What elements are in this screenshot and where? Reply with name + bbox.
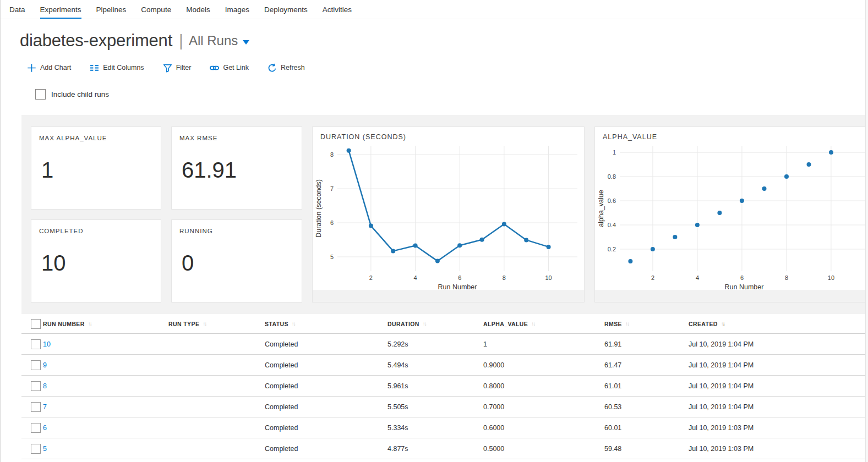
table-column-header[interactable]: ALPHA_VALUE ↑↓: [483, 321, 604, 327]
table-header-row: RUN NUMBER ↑↓ RUN TYPE ↑↓ STATUS ↑↓ DURA…: [21, 314, 868, 334]
include-child-runs-checkbox[interactable]: [35, 89, 46, 100]
charts-dashboard: MAX ALPHA_VALUE 1 MAX RMSE 61.91 COMPLET…: [21, 115, 868, 314]
svg-text:6: 6: [330, 219, 334, 226]
svg-text:10: 10: [545, 274, 552, 281]
run-number-link[interactable]: 10: [43, 340, 51, 348]
nav-tab-label: Pipelines: [96, 6, 127, 14]
nav-tab[interactable]: Experiments: [40, 0, 81, 19]
row-checkbox[interactable]: [31, 339, 41, 349]
nav-tab[interactable]: Pipelines: [96, 0, 127, 19]
row-checkbox[interactable]: [31, 423, 41, 433]
run-number-link[interactable]: 5: [43, 445, 47, 453]
column-header-label: RUN TYPE: [168, 321, 199, 327]
duration-chart-title: DURATION (SECONDS): [320, 133, 406, 141]
row-checkbox-cell: [21, 339, 43, 349]
row-checkbox[interactable]: [31, 402, 41, 412]
chart-footer: [313, 290, 584, 302]
summary-card-label: MAX RMSE: [179, 135, 294, 141]
table-column-header[interactable]: DURATION ↑↓: [387, 321, 483, 327]
rmse-cell: 61.01: [604, 382, 689, 390]
toolbar-icon: [27, 63, 36, 73]
run-number-link[interactable]: 8: [43, 382, 47, 390]
table-row: 5 Completed 4.877s 0.5000 59.48 Jul 10, …: [21, 438, 868, 459]
row-checkbox-cell: [21, 360, 43, 370]
toolbar-button-label: Get Link: [223, 64, 249, 72]
nav-tab[interactable]: Models: [186, 0, 210, 19]
summary-card-value: 1: [41, 158, 153, 183]
nav-tab-label: Compute: [141, 6, 171, 14]
sort-icon: ↑↓: [721, 321, 724, 327]
svg-text:8: 8: [785, 274, 788, 281]
table-column-header[interactable]: CREATED ↑↓: [689, 321, 868, 327]
table-column-header[interactable]: RMSE ↑↓: [604, 321, 689, 327]
toolbar-button[interactable]: Add Chart: [27, 63, 71, 73]
sort-icon: ↑↓: [88, 321, 91, 327]
rmse-cell: 61.47: [604, 361, 689, 369]
toolbar-button[interactable]: Refresh: [268, 63, 305, 73]
sort-icon: ↑↓: [625, 321, 629, 327]
alpha-value-cell: 0.7000: [483, 403, 604, 411]
summary-card: COMPLETED 10: [31, 219, 161, 302]
select-all-checkbox[interactable]: [31, 319, 41, 329]
nav-tab-label: Data: [9, 6, 25, 14]
row-checkbox[interactable]: [31, 360, 41, 370]
summary-card-value: 10: [41, 251, 153, 276]
summary-card-label: COMPLETED: [39, 228, 153, 234]
created-cell: Jul 10, 2019 1:04 PM: [689, 361, 868, 369]
created-cell: Jul 10, 2019 1:03 PM: [689, 424, 868, 432]
run-view-label: All Runs: [189, 33, 238, 48]
svg-text:0.2: 0.2: [608, 246, 616, 252]
page-header: diabetes-experiment | All Runs: [20, 29, 868, 52]
include-child-runs-label: Include child runs: [51, 90, 109, 98]
column-header-label: ALPHA_VALUE: [483, 321, 528, 327]
summary-card-label: RUNNING: [179, 228, 294, 234]
title-separator: |: [179, 31, 183, 50]
duration-cell: 5.505s: [387, 403, 483, 411]
status-cell: Completed: [265, 445, 387, 453]
run-view-selector[interactable]: All Runs: [189, 33, 249, 48]
summary-cards: MAX ALPHA_VALUE 1 MAX RMSE 61.91 COMPLET…: [31, 127, 302, 314]
toolbar-button[interactable]: Get Link: [210, 63, 249, 73]
svg-text:alpha_value: alpha_value: [597, 190, 605, 227]
toolbar-button-label: Refresh: [281, 64, 305, 72]
nav-tab[interactable]: Deployments: [264, 0, 308, 19]
nav-tab[interactable]: Activities: [323, 0, 352, 19]
status-cell: Completed: [265, 340, 387, 348]
table-row: 6 Completed 5.334s 0.6000 60.01 Jul 10, …: [21, 417, 868, 438]
svg-text:Duration (seconds): Duration (seconds): [315, 179, 323, 238]
summary-card-value: 61.91: [182, 158, 294, 183]
svg-text:0.4: 0.4: [608, 222, 616, 228]
table-column-header[interactable]: RUN NUMBER ↑↓: [43, 321, 168, 327]
alpha-value-cell: 0.9000: [483, 361, 604, 369]
alpha-value-cell: 0.8000: [483, 382, 604, 390]
toolbar-button[interactable]: Filter: [163, 63, 192, 73]
column-header-label: RMSE: [604, 321, 622, 327]
top-nav: Data Experiments Pipelines Compute Model…: [1, 0, 868, 19]
nav-tab[interactable]: Data: [9, 0, 25, 19]
run-number-link[interactable]: 6: [43, 424, 47, 432]
row-checkbox-cell: [21, 444, 43, 454]
svg-text:1: 1: [613, 149, 616, 156]
experiments-page: Data Experiments Pipelines Compute Model…: [0, 0, 868, 462]
alpha-value-chart-card: ALPHA_VALUE 2468100.20.40.60.81Run Numbe…: [594, 127, 868, 302]
svg-text:8: 8: [330, 151, 334, 158]
toolbar-button[interactable]: Edit Columns: [90, 63, 144, 73]
status-cell: Completed: [265, 424, 387, 432]
run-number-link[interactable]: 7: [43, 403, 47, 411]
nav-tab[interactable]: Images: [225, 0, 249, 19]
column-header-label: RUN NUMBER: [43, 321, 85, 327]
run-number-link[interactable]: 9: [43, 361, 47, 369]
table-column-header[interactable]: STATUS ↑↓: [265, 321, 387, 327]
row-checkbox[interactable]: [31, 381, 41, 391]
svg-text:6: 6: [740, 274, 744, 281]
nav-tab[interactable]: Compute: [141, 0, 171, 19]
toolbar: Add Chart Edit Columns Filter Get Link R…: [27, 61, 868, 74]
row-checkbox[interactable]: [31, 444, 41, 454]
select-all-cell: [21, 319, 43, 329]
column-header-label: STATUS: [265, 321, 288, 327]
table-column-header[interactable]: RUN TYPE ↑↓: [168, 321, 265, 327]
duration-line-chart: 2468105678Run NumberDuration (seconds): [313, 127, 585, 291]
sort-icon: ↑↓: [292, 321, 295, 327]
sort-icon: ↑↓: [203, 321, 206, 327]
scrollbar[interactable]: [865, 0, 868, 462]
